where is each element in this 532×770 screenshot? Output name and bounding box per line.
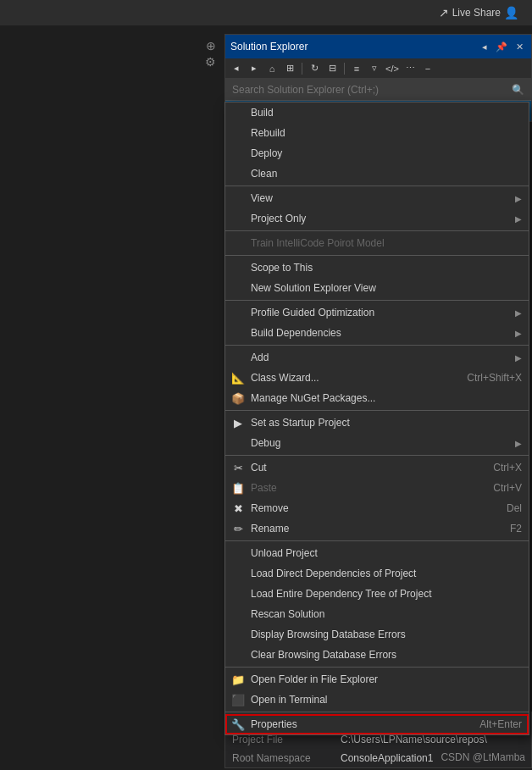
project-file-label: Project File [232,734,334,745]
menu-item-clear-browsing[interactable]: Clear Browsing Database Errors [225,645,529,665]
menu-item-manage-nuget[interactable]: 📦Manage NuGet Packages... [225,388,529,408]
toolbar-home-icon[interactable]: ⌂ [264,61,280,76]
se-close-icon[interactable]: ✕ [513,40,526,54]
live-share-button[interactable]: ↗ Live Share 👤 [432,4,525,21]
menu-divider-after-debug [225,455,529,456]
menu-item-label-load-entire: Load Entire Dependency Tree of Project [251,588,431,600]
toolbar-minus-icon[interactable]: − [420,61,435,76]
nuget-icon: 📦 [231,391,245,405]
menu-item-set-startup[interactable]: ▶Set as Startup Project [225,413,529,433]
menu-item-rebuild[interactable]: Rebuild [225,123,529,143]
se-header: Solution Explorer ◂ 📌 ✕ [225,35,531,58]
paste-icon: 📋 [231,481,245,495]
se-search-bar[interactable]: 🔍 [225,79,531,101]
menu-item-rename[interactable]: ✏RenameF2 [225,518,529,539]
menu-divider-after-new-solution-explorer [225,300,529,301]
menu-divider-after-open-terminal [225,712,529,712]
menu-item-label-deploy: Deploy [251,147,282,159]
menu-item-label-scope-to-this: Scope to This [251,262,313,274]
menu-item-remove[interactable]: ✖RemoveDel [225,498,529,518]
menu-item-label-view: View [251,192,273,204]
toolbar-refresh-icon[interactable]: ↻ [307,61,322,76]
cut-icon: ✂ [231,461,245,474]
settings-icon[interactable]: ⚙ [205,55,216,69]
menu-item-label-paste: Paste [251,482,277,494]
menu-item-new-solution-explorer[interactable]: New Solution Explorer View [225,278,529,298]
pin-icon[interactable]: ⊕ [206,39,216,53]
se-search-input[interactable] [232,84,512,96]
menu-item-cut[interactable]: ✂CutCtrl+X [225,457,529,478]
menu-item-rescan[interactable]: Rescan Solution [225,604,529,624]
properties-icon: 🔧 [231,717,245,731]
menu-item-label-debug: Debug [251,437,280,449]
toolbar-back-icon[interactable]: ◂ [229,61,244,76]
menu-item-shortcut-rename: F2 [510,523,522,535]
menu-item-clean[interactable]: Clean [225,163,529,184]
toolbar-filter-icon[interactable]: ▿ [367,61,382,76]
project-file-value: C:\Users\LPName\source\repos\ [341,734,487,745]
menu-item-paste: 📋PasteCtrl+V [225,478,529,498]
menu-item-label-set-startup: Set as Startup Project [251,417,350,429]
toolbar-separator-1 [302,63,302,75]
root-namespace-value: ConsoleApplication1 [341,752,433,764]
toolbar-sync-icon[interactable]: ⊞ [282,61,297,76]
menu-item-open-terminal[interactable]: ⬛Open in Terminal [225,690,529,710]
menu-item-display-browsing[interactable]: Display Browsing Database Errors [225,624,529,645]
remove-icon: ✖ [231,501,245,515]
menu-item-scope-to-this[interactable]: Scope to This [225,258,529,278]
se-pin2-icon[interactable]: 📌 [493,40,510,54]
menu-item-view[interactable]: View▶ [225,188,529,208]
menu-item-label-rename: Rename [251,523,289,535]
menu-item-properties[interactable]: 🔧PropertiesAlt+Enter [225,714,529,734]
menu-item-profile-guided[interactable]: Profile Guided Optimization▶ [225,302,529,323]
toolbar-collapse-icon[interactable]: ⊟ [324,61,340,76]
menu-item-label-profile-guided: Profile Guided Optimization [251,307,374,319]
title-bar: ↗ Live Share 👤 [0,0,532,25]
menu-item-label-load-direct: Load Direct Dependencies of Project [251,568,416,579]
menu-item-build[interactable]: Build [225,102,529,123]
menu-item-shortcut-paste: Ctrl+V [493,482,522,494]
menu-item-deploy[interactable]: Deploy [225,143,529,163]
toolbar-more-icon[interactable]: ⋯ [402,61,418,76]
menu-divider-after-manage-nuget [225,410,529,411]
se-header-icons: ◂ 📌 ✕ [479,40,526,54]
menu-item-load-entire[interactable]: Load Entire Dependency Tree of Project [225,584,529,604]
menu-item-label-new-solution-explorer: New Solution Explorer View [251,282,376,294]
menu-item-open-folder[interactable]: 📁Open Folder in File Explorer [225,669,529,690]
toolbar-code-icon[interactable]: </> [385,61,400,76]
menu-item-label-clear-browsing: Clear Browsing Database Errors [251,649,396,661]
menu-item-debug[interactable]: Debug▶ [225,433,529,453]
submenu-arrow-view: ▶ [515,194,522,203]
submenu-arrow-add: ▶ [515,353,522,363]
menu-divider-after-clean [225,186,529,186]
menu-item-label-project-only: Project Only [251,213,306,224]
menu-item-label-manage-nuget: Manage NuGet Packages... [251,392,375,404]
menu-item-label-properties: Properties [251,718,297,730]
menu-item-label-open-terminal: Open in Terminal [251,694,328,706]
submenu-arrow-debug: ▶ [515,439,522,448]
rename-icon: ✏ [231,522,245,535]
left-panel [0,0,224,770]
menu-item-class-wizard[interactable]: 📐Class Wizard...Ctrl+Shift+X [225,368,529,388]
se-pin-icon[interactable]: ◂ [479,40,490,54]
menu-item-add[interactable]: Add▶ [225,347,529,368]
menu-item-unload-project[interactable]: Unload Project [225,543,529,563]
toolbar-forward-icon[interactable]: ▸ [247,61,262,76]
root-namespace-label: Root Namespace [232,752,334,764]
menu-item-label-display-browsing: Display Browsing Database Errors [251,629,406,640]
menu-item-label-clean: Clean [251,168,277,180]
toolbar-props-icon[interactable]: ≡ [349,61,364,76]
menu-divider-after-build-dependencies [225,345,529,346]
menu-divider-after-rename [225,540,529,541]
menu-item-label-train-intellicode: Train IntelliCode Poirot Model [251,237,385,249]
menu-item-project-only[interactable]: Project Only▶ [225,208,529,229]
menu-item-build-dependencies[interactable]: Build Dependencies▶ [225,323,529,343]
menu-item-shortcut-cut: Ctrl+X [493,462,522,474]
context-menu: BuildRebuildDeployCleanView▶Project Only… [224,102,529,735]
menu-item-shortcut-properties: Alt+Enter [479,718,522,730]
menu-item-label-cut: Cut [251,462,267,474]
menu-item-label-rescan: Rescan Solution [251,608,324,620]
menu-item-label-open-folder: Open Folder in File Explorer [251,673,378,685]
watermark: CSDN @LtMamba [441,751,525,763]
menu-item-load-direct[interactable]: Load Direct Dependencies of Project [225,563,529,584]
